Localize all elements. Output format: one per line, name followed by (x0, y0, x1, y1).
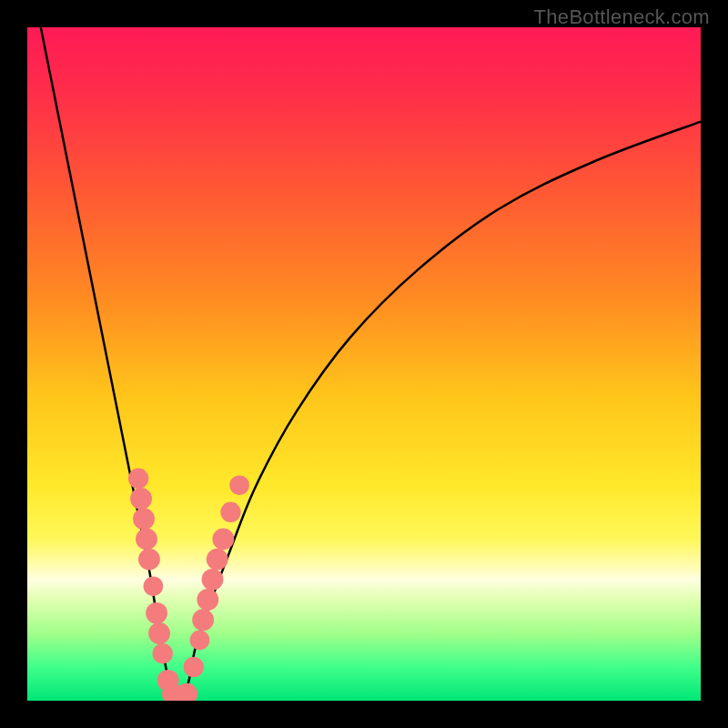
curve-marker (192, 609, 214, 631)
curve-marker (153, 643, 173, 663)
curve-marker (128, 469, 148, 489)
curve-marker (144, 576, 164, 596)
curve-marker (130, 488, 152, 510)
curve-marker (212, 528, 234, 550)
bottleneck-curve (41, 27, 701, 701)
curve-layer (27, 27, 701, 701)
curve-marker (148, 622, 170, 644)
curve-marker (133, 508, 155, 530)
curve-marker (190, 631, 210, 651)
curve-marker (184, 657, 204, 677)
plot-area (27, 27, 701, 701)
curve-marker (146, 602, 167, 624)
curve-marker (136, 528, 157, 550)
curve-marker (220, 502, 240, 522)
curve-marker (207, 549, 228, 571)
curve-marker (138, 549, 160, 571)
curve-markers (128, 469, 249, 701)
curve-marker (197, 589, 218, 611)
curve-marker (202, 569, 224, 591)
curve-marker (229, 475, 249, 495)
watermark-text: TheBottleneck.com (534, 5, 710, 29)
frame: TheBottleneck.com (0, 0, 728, 728)
